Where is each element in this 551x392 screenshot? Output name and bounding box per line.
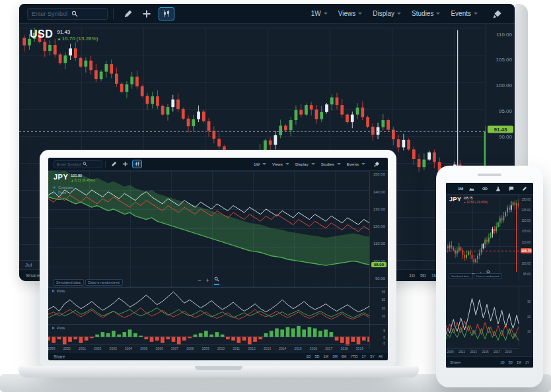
draw-pencil-icon[interactable] [124, 9, 133, 18]
range-button[interactable]: 6M [342, 354, 347, 358]
x-axis-label: 2014 [279, 346, 286, 350]
range-button[interactable]: 1M [323, 354, 328, 358]
laptop-price: 100.80 [71, 174, 94, 178]
brush-icon[interactable] [493, 9, 502, 18]
study-plot[interactable] [446, 286, 519, 346]
range-button[interactable]: 5D [420, 273, 426, 278]
y-axis-tick: 125.00 [521, 208, 531, 211]
interval-menu[interactable]: 1W [311, 10, 328, 17]
symbol-search-input[interactable]: Enter Symbol [27, 8, 108, 20]
range-button[interactable]: YTD [350, 354, 357, 358]
laptop-x-axis[interactable]: 1999200020012002200320042005200620072008… [48, 344, 369, 352]
compare-legend-item[interactable]: Compare... [54, 185, 76, 189]
draw-pencil-icon[interactable] [111, 161, 117, 167]
studies-flask-icon[interactable] [496, 186, 501, 191]
symbol-search-placeholder: Enter Symbol [32, 11, 67, 17]
events-menu[interactable]: Events [347, 162, 365, 166]
range-button[interactable]: 1D [306, 354, 311, 358]
studies-menu[interactable]: Studies [321, 162, 341, 166]
range-selector[interactable]: 1D5D1M3M6MYTD1Y5YAll [306, 354, 383, 358]
phone-toolbar: 1M [446, 183, 533, 195]
share-button[interactable]: Share [450, 360, 460, 364]
display-menu[interactable]: Display [373, 10, 401, 17]
range-button[interactable]: All [379, 354, 383, 358]
x-axis-label: 2010 [217, 346, 225, 350]
events-label: Events [451, 10, 471, 17]
events-menu[interactable]: Events [451, 10, 478, 17]
y-axis-tick: 105.00 [496, 57, 512, 63]
x-axis-label: 2005 [140, 346, 147, 350]
plots-legend-item[interactable]: Plots [54, 191, 76, 195]
draw-pencil-icon[interactable] [522, 186, 527, 191]
laptop-plot[interactable] [48, 171, 369, 287]
y-axis-tick: 110.00 [373, 242, 385, 245]
toolbar-divider [105, 161, 106, 168]
zoom-in-button[interactable]: + [205, 278, 209, 284]
y-axis-tick: 100.00 [521, 262, 531, 265]
range-selector[interactable]: 1D5D1M1Y [500, 360, 529, 364]
search-icon[interactable] [71, 11, 78, 17]
phone-price-badge: 105.75 [521, 248, 532, 253]
views-menu[interactable]: Views [272, 162, 289, 166]
interval-menu[interactable]: 1W [254, 162, 266, 166]
display-menu[interactable]: Display [295, 162, 315, 166]
share-button[interactable]: Share [26, 273, 40, 278]
phone-main-panel[interactable]: JPY 105.75 32.84 (-19.49%) 105.75 130.00… [446, 195, 533, 280]
range-button[interactable]: 3M [332, 354, 338, 358]
plots-legend-item[interactable]: Plots [52, 326, 65, 330]
add-comparison-icon[interactable] [122, 161, 128, 167]
chart-type-button[interactable] [132, 160, 142, 168]
views-menu[interactable]: Views [338, 10, 363, 17]
brush-icon[interactable] [374, 161, 380, 167]
y-axis-tick: 115.00 [522, 230, 531, 233]
phone-plot[interactable] [446, 195, 519, 280]
study-y-axis: 50-5 [369, 325, 388, 349]
range-button[interactable]: 1Y [361, 354, 366, 358]
range-button[interactable]: 1D [409, 273, 415, 278]
phone-screen: 1M JPY [446, 183, 533, 368]
study-plot[interactable] [48, 288, 369, 324]
comment-icon[interactable] [509, 186, 514, 191]
x-axis-label: 2000 [63, 346, 71, 350]
phone-x-axis[interactable]: 200920112013201520172019 [446, 348, 519, 356]
notice-chip: Data is randomized. [85, 279, 123, 286]
plots-legend-item[interactable]: Plots [52, 289, 65, 293]
x-axis-label: 2015 [482, 350, 488, 354]
laptop-footer-bar: Share 1D5D1M3M6MYTD1Y5YAll [48, 352, 388, 360]
x-axis-label: 2001 [79, 346, 86, 350]
x-axis-label: 2012 [248, 346, 256, 350]
range-button[interactable]: 1M [517, 360, 521, 364]
range-button[interactable]: 5D [509, 360, 513, 364]
zoom-out-button[interactable]: − [198, 278, 201, 284]
phone-study-panel[interactable]: 302010 [446, 286, 533, 346]
range-button[interactable]: 1D [500, 360, 504, 364]
laptop-study-panel-1[interactable]: Plots 40302010 [48, 287, 388, 324]
study-y-axis: 40302010 [369, 288, 388, 324]
range-button[interactable]: 5Y [370, 354, 375, 358]
phone-y-axis[interactable]: 105.75 130.00125.00120.00115.00110.00100… [519, 195, 533, 280]
y-axis-tick: 30 [381, 298, 385, 302]
toolbar-divider [113, 9, 114, 19]
laptop-main-panel[interactable]: JPY 100.80 6.11 (6.45%) Compare... Plots… [48, 171, 388, 287]
y-axis-tick: 130.00 [521, 197, 531, 201]
display-label: Display [295, 162, 309, 166]
x-axis-label: 2008 [186, 346, 194, 350]
y-axis-tick: 100.00 [496, 82, 512, 88]
mountain-chart-icon[interactable] [469, 186, 474, 191]
x-axis-label: 2011 [233, 346, 240, 350]
compare-icon[interactable] [482, 186, 488, 191]
studies-menu[interactable]: Studies [412, 10, 440, 17]
symbol-search-input[interactable]: Enter Symbol [54, 160, 102, 168]
magnifier-button[interactable] [214, 277, 219, 285]
y-axis-tick: 95.00 [523, 273, 531, 276]
phone-footer-bar: Share 1D5D1M1Y [446, 356, 533, 368]
share-button[interactable]: Share [54, 354, 65, 359]
laptop-y-axis[interactable]: 98.00 150.00140.00130.00120.00110.00100.… [369, 171, 388, 287]
interval-button[interactable]: 1M [458, 187, 463, 191]
range-button[interactable]: 5D [314, 354, 319, 358]
add-comparison-icon[interactable] [142, 9, 151, 18]
search-icon[interactable] [83, 162, 87, 166]
x-axis-label: 2013 [470, 350, 477, 354]
range-button[interactable]: 1Y [525, 360, 529, 364]
chart-type-button[interactable] [159, 7, 174, 20]
